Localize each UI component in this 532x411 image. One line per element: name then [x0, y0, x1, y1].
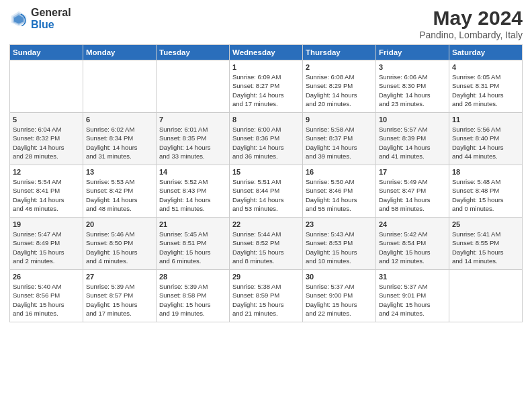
day-info-16: Sunrise: 5:50 AM Sunset: 8:46 PM Dayligh…: [306, 177, 373, 213]
day-info-9: Sunrise: 5:58 AM Sunset: 8:37 PM Dayligh…: [306, 125, 373, 161]
cell-2-4: 16Sunrise: 5:50 AM Sunset: 8:46 PM Dayli…: [303, 165, 376, 218]
calendar-table: Sunday Monday Tuesday Wednesday Thursday…: [9, 44, 523, 322]
day-info-21: Sunrise: 5:45 AM Sunset: 8:51 PM Dayligh…: [159, 230, 226, 265]
cell-2-2: 14Sunrise: 5:52 AM Sunset: 8:43 PM Dayli…: [157, 165, 230, 218]
header: General Blue May 2024 Pandino, Lombardy,…: [9, 7, 523, 40]
cell-4-1: 27Sunrise: 5:39 AM Sunset: 8:57 PM Dayli…: [83, 270, 157, 322]
day-info-1: Sunrise: 6:09 AM Sunset: 8:27 PM Dayligh…: [232, 73, 300, 108]
logo-general-text: General: [31, 7, 71, 19]
logo-text: General Blue: [31, 7, 71, 30]
day-number-22: 22: [232, 220, 300, 228]
day-info-31: Sunrise: 5:37 AM Sunset: 9:01 PM Dayligh…: [379, 282, 446, 318]
day-number-4: 4: [452, 63, 519, 71]
day-info-8: Sunrise: 6:00 AM Sunset: 8:36 PM Dayligh…: [232, 125, 300, 161]
day-number-11: 11: [452, 116, 519, 124]
day-number-23: 23: [306, 220, 373, 228]
cell-0-0: [10, 60, 83, 113]
day-info-5: Sunrise: 6:04 AM Sunset: 8:32 PM Dayligh…: [13, 125, 80, 161]
cell-3-5: 24Sunrise: 5:42 AM Sunset: 8:54 PM Dayli…: [376, 218, 449, 270]
cell-1-4: 9Sunrise: 5:58 AM Sunset: 8:37 PM Daylig…: [303, 113, 376, 165]
subtitle: Pandino, Lombardy, Italy: [419, 30, 523, 40]
cell-3-4: 23Sunrise: 5:43 AM Sunset: 8:53 PM Dayli…: [303, 218, 376, 270]
cell-0-2: [157, 60, 230, 113]
day-info-22: Sunrise: 5:44 AM Sunset: 8:52 PM Dayligh…: [232, 230, 300, 265]
col-sunday: Sunday: [10, 45, 83, 60]
col-tuesday: Tuesday: [157, 45, 230, 60]
day-info-12: Sunrise: 5:54 AM Sunset: 8:41 PM Dayligh…: [13, 177, 80, 213]
cell-0-1: [83, 60, 157, 113]
cell-1-6: 11Sunrise: 5:56 AM Sunset: 8:40 PM Dayli…: [449, 113, 523, 165]
week-row-1: 5Sunrise: 6:04 AM Sunset: 8:32 PM Daylig…: [10, 113, 523, 165]
cell-3-3: 22Sunrise: 5:44 AM Sunset: 8:52 PM Dayli…: [230, 218, 303, 270]
title-block: May 2024 Pandino, Lombardy, Italy: [419, 7, 523, 40]
week-row-2: 12Sunrise: 5:54 AM Sunset: 8:41 PM Dayli…: [10, 165, 523, 218]
day-info-4: Sunrise: 6:05 AM Sunset: 8:31 PM Dayligh…: [452, 73, 519, 108]
day-number-12: 12: [13, 168, 80, 176]
day-number-27: 27: [86, 273, 153, 281]
day-number-1: 1: [232, 63, 300, 71]
day-number-5: 5: [13, 116, 80, 124]
day-info-17: Sunrise: 5:49 AM Sunset: 8:47 PM Dayligh…: [379, 177, 446, 213]
day-info-10: Sunrise: 5:57 AM Sunset: 8:39 PM Dayligh…: [379, 125, 446, 161]
day-info-3: Sunrise: 6:06 AM Sunset: 8:30 PM Dayligh…: [379, 73, 446, 108]
day-info-23: Sunrise: 5:43 AM Sunset: 8:53 PM Dayligh…: [306, 230, 373, 265]
day-info-26: Sunrise: 5:40 AM Sunset: 8:56 PM Dayligh…: [13, 282, 80, 318]
day-number-18: 18: [452, 168, 519, 176]
day-info-20: Sunrise: 5:46 AM Sunset: 8:50 PM Dayligh…: [86, 230, 153, 265]
cell-2-3: 15Sunrise: 5:51 AM Sunset: 8:44 PM Dayli…: [230, 165, 303, 218]
day-number-14: 14: [159, 168, 226, 176]
day-number-30: 30: [306, 273, 373, 281]
cell-3-0: 19Sunrise: 5:47 AM Sunset: 8:49 PM Dayli…: [10, 218, 83, 270]
day-info-27: Sunrise: 5:39 AM Sunset: 8:57 PM Dayligh…: [86, 282, 153, 318]
day-number-28: 28: [159, 273, 226, 281]
day-info-11: Sunrise: 5:56 AM Sunset: 8:40 PM Dayligh…: [452, 125, 519, 161]
day-number-9: 9: [306, 116, 373, 124]
cell-4-6: [449, 270, 523, 322]
day-info-14: Sunrise: 5:52 AM Sunset: 8:43 PM Dayligh…: [159, 177, 226, 213]
cell-3-2: 21Sunrise: 5:45 AM Sunset: 8:51 PM Dayli…: [157, 218, 230, 270]
week-row-4: 26Sunrise: 5:40 AM Sunset: 8:56 PM Dayli…: [10, 270, 523, 322]
cell-4-5: 31Sunrise: 5:37 AM Sunset: 9:01 PM Dayli…: [376, 270, 449, 322]
logo: General Blue: [9, 7, 71, 30]
cell-4-4: 30Sunrise: 5:37 AM Sunset: 9:00 PM Dayli…: [303, 270, 376, 322]
day-info-28: Sunrise: 5:39 AM Sunset: 8:58 PM Dayligh…: [159, 282, 226, 318]
page: General Blue May 2024 Pandino, Lombardy,…: [0, 0, 532, 411]
day-info-15: Sunrise: 5:51 AM Sunset: 8:44 PM Dayligh…: [232, 177, 300, 213]
day-number-26: 26: [13, 273, 80, 281]
col-friday: Friday: [376, 45, 449, 60]
cell-4-0: 26Sunrise: 5:40 AM Sunset: 8:56 PM Dayli…: [10, 270, 83, 322]
day-info-29: Sunrise: 5:38 AM Sunset: 8:59 PM Dayligh…: [232, 282, 300, 318]
day-number-20: 20: [86, 220, 153, 228]
cell-0-6: 4Sunrise: 6:05 AM Sunset: 8:31 PM Daylig…: [449, 60, 523, 113]
cell-0-3: 1Sunrise: 6:09 AM Sunset: 8:27 PM Daylig…: [230, 60, 303, 113]
day-number-10: 10: [379, 116, 446, 124]
day-number-29: 29: [232, 273, 300, 281]
cell-3-1: 20Sunrise: 5:46 AM Sunset: 8:50 PM Dayli…: [83, 218, 157, 270]
day-info-13: Sunrise: 5:53 AM Sunset: 8:42 PM Dayligh…: [86, 177, 153, 213]
day-number-7: 7: [159, 116, 226, 124]
cell-2-0: 12Sunrise: 5:54 AM Sunset: 8:41 PM Dayli…: [10, 165, 83, 218]
cell-3-6: 25Sunrise: 5:41 AM Sunset: 8:55 PM Dayli…: [449, 218, 523, 270]
day-info-6: Sunrise: 6:02 AM Sunset: 8:34 PM Dayligh…: [86, 125, 153, 161]
cell-2-5: 17Sunrise: 5:49 AM Sunset: 8:47 PM Dayli…: [376, 165, 449, 218]
day-number-24: 24: [379, 220, 446, 228]
day-number-31: 31: [379, 273, 446, 281]
col-saturday: Saturday: [449, 45, 523, 60]
main-title: May 2024: [419, 7, 523, 30]
day-info-19: Sunrise: 5:47 AM Sunset: 8:49 PM Dayligh…: [13, 230, 80, 265]
day-number-25: 25: [452, 220, 519, 228]
day-number-21: 21: [159, 220, 226, 228]
week-row-3: 19Sunrise: 5:47 AM Sunset: 8:49 PM Dayli…: [10, 218, 523, 270]
cell-4-3: 29Sunrise: 5:38 AM Sunset: 8:59 PM Dayli…: [230, 270, 303, 322]
day-info-7: Sunrise: 6:01 AM Sunset: 8:35 PM Dayligh…: [159, 125, 226, 161]
day-info-30: Sunrise: 5:37 AM Sunset: 9:00 PM Dayligh…: [306, 282, 373, 318]
day-number-19: 19: [13, 220, 80, 228]
cell-2-1: 13Sunrise: 5:53 AM Sunset: 8:42 PM Dayli…: [83, 165, 157, 218]
day-info-24: Sunrise: 5:42 AM Sunset: 8:54 PM Dayligh…: [379, 230, 446, 265]
day-number-3: 3: [379, 63, 446, 71]
day-number-15: 15: [232, 168, 300, 176]
col-thursday: Thursday: [303, 45, 376, 60]
day-number-8: 8: [232, 116, 300, 124]
cell-0-4: 2Sunrise: 6:08 AM Sunset: 8:29 PM Daylig…: [303, 60, 376, 113]
cell-0-5: 3Sunrise: 6:06 AM Sunset: 8:30 PM Daylig…: [376, 60, 449, 113]
